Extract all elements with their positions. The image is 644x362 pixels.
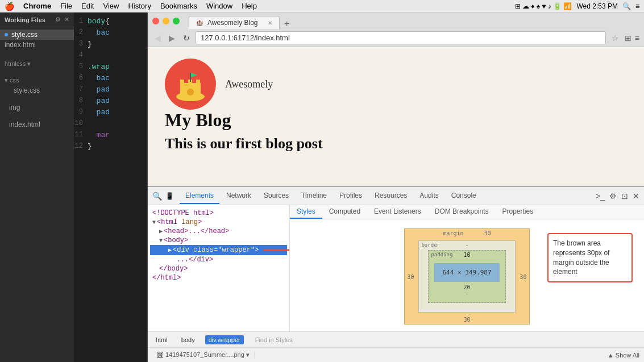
code-line-12: 12 } xyxy=(74,142,147,153)
styles-tabs: Styles Computed Event Listeners DOM Brea… xyxy=(290,205,644,219)
show-all-button[interactable]: ▲ Show All xyxy=(608,352,639,359)
devtools-dock-icon[interactable]: ⊡ xyxy=(621,192,628,201)
dom-line-div-close[interactable]: ...</div> xyxy=(150,255,287,264)
bottom-file-item[interactable]: 🖼 1419475107_Summer....png ▾ xyxy=(152,351,255,359)
code-editor[interactable]: 1 body{ 2 bac 3 } 4 5 .wrap 6 bac xyxy=(74,13,148,362)
sidebar-file-label2: index.html xyxy=(5,41,36,49)
menu-bar-right: ⊞ ☁ ♦ ♠ ♥ ♪ 🔋 📶 Wed 2:53 PM 🔍 ≡ xyxy=(515,2,639,10)
toolbar-icons: ⊞ ≡ xyxy=(625,34,639,43)
menu-item-file[interactable]: File xyxy=(60,2,72,10)
dom-line-html[interactable]: ▼ <html lang> xyxy=(150,218,287,227)
border-val: - xyxy=(465,242,468,248)
dom-doctype-text: <!DOCTYPE html> xyxy=(152,209,214,217)
dom-line-body[interactable]: ▼ <body> xyxy=(150,236,287,245)
menu-icon[interactable]: ≡ xyxy=(635,34,639,43)
back-button[interactable]: ◀ xyxy=(152,32,163,44)
code-line-9: 9 pad xyxy=(74,108,147,119)
devtools-settings-icon[interactable]: ⚙ xyxy=(609,192,617,201)
forward-button[interactable]: ▶ xyxy=(167,32,177,44)
box-model: margin 30 30 30 30 border - xyxy=(404,228,529,324)
tab-favicon: 🏰 xyxy=(196,20,203,26)
dom-panel[interactable]: <!DOCTYPE html> ▼ <html lang> ▶ <head>..… xyxy=(148,205,290,331)
menu-item-edit[interactable]: Edit xyxy=(81,2,94,10)
devtools-mobile-icon[interactable]: 📱 xyxy=(165,192,174,200)
dom-html-tag: <html lang> xyxy=(157,218,202,226)
styles-tab-styles[interactable]: Styles xyxy=(290,205,322,219)
devtools-console-icon[interactable]: >_ xyxy=(596,192,605,201)
sidebar-img-item[interactable]: img xyxy=(0,102,74,113)
sidebar-header: Working Files ⚙ ✕ xyxy=(0,13,74,27)
line-num-1: 1 xyxy=(74,17,88,28)
traffic-light-yellow[interactable] xyxy=(163,18,169,24)
sidebar-file-stylecss[interactable]: style.css xyxy=(0,30,74,40)
extensions-icon[interactable]: ⊞ xyxy=(625,34,631,43)
styles-tab-event[interactable]: Event Listeners xyxy=(367,205,428,219)
css-label: ▾ css xyxy=(5,77,19,84)
margin-top-val: 30 xyxy=(484,230,491,236)
dom-line-html-close[interactable]: </html> xyxy=(150,273,287,282)
sidebar-close-icon[interactable]: ✕ xyxy=(64,16,69,23)
menu-item-chrome[interactable]: Chrome xyxy=(23,2,51,10)
browser-toolbar: ◀ ▶ ↻ 127.0.0.1:61712/index.html ☆ ⊞ ≡ xyxy=(148,29,644,47)
dom-line-body-close[interactable]: </body> xyxy=(150,264,287,273)
menu-item-help[interactable]: Help xyxy=(242,2,257,10)
menu-search-icon[interactable]: 🔍 xyxy=(622,2,631,10)
svg-rect-5 xyxy=(187,89,194,95)
sidebar-stylecss-item[interactable]: style.css xyxy=(0,85,74,95)
devtools-tab-timeline[interactable]: Timeline xyxy=(296,188,333,204)
devtools-tab-console[interactable]: Console xyxy=(446,188,482,204)
sidebar-section-title-htmlcss[interactable]: htmlcss ▾ xyxy=(0,59,74,69)
code-line-4: 4 xyxy=(74,51,147,63)
find-in-styles[interactable]: Find in Styles xyxy=(251,336,639,343)
sidebar-section-title-css[interactable]: ▾ css xyxy=(0,76,74,85)
menu-item-history[interactable]: History xyxy=(128,2,151,10)
line-content-12: } xyxy=(88,142,92,153)
code-line-7: 7 pad xyxy=(74,85,147,97)
dom-line-doctype[interactable]: <!DOCTYPE html> xyxy=(150,209,287,218)
menu-hamburger-icon[interactable]: ≡ xyxy=(635,2,639,10)
new-tab-button[interactable]: + xyxy=(281,19,293,29)
breadcrumb-div-wrapper[interactable]: div.wrapper xyxy=(205,335,244,344)
breadcrumb-html[interactable]: html xyxy=(152,335,171,344)
margin-left-val: 30 xyxy=(407,273,414,280)
breadcrumb-body[interactable]: body xyxy=(178,335,198,344)
htmlcss-label: htmlcss ▾ xyxy=(5,60,31,68)
devtools-tab-network[interactable]: Network xyxy=(221,188,257,204)
devtools-search-icon[interactable]: 🔍 xyxy=(152,192,162,201)
sidebar-index-item[interactable]: index.html xyxy=(0,119,74,130)
styles-tab-computed[interactable]: Computed xyxy=(322,205,367,219)
styles-tab-dom-breakpoints[interactable]: DOM Breakpoints xyxy=(428,205,496,219)
dom-body-arrow: ▼ xyxy=(159,238,163,244)
menu-item-window[interactable]: Window xyxy=(206,2,232,10)
line-content-9: pad xyxy=(88,108,110,119)
file-icon: 🖼 xyxy=(157,352,163,359)
styles-tab-properties[interactable]: Properties xyxy=(495,205,540,219)
sidebar-settings-icon[interactable]: ⚙ xyxy=(55,16,61,23)
devtools-tab-profiles[interactable]: Profiles xyxy=(334,188,368,204)
browser-tab-awesomely[interactable]: 🏰 Awesomely Blog ✕ xyxy=(189,16,280,29)
margin-label-bottom: 30 xyxy=(463,317,470,323)
code-line-6: 6 bac xyxy=(74,74,147,85)
devtools-tab-resources[interactable]: Resources xyxy=(369,188,413,204)
traffic-light-red[interactable] xyxy=(152,18,159,24)
devtools-tab-sources[interactable]: Sources xyxy=(258,188,294,204)
blog-logo-wrapper: Awesomely xyxy=(165,59,627,110)
line-num-3: 3 xyxy=(74,40,88,51)
devtools-close-icon[interactable]: ✕ xyxy=(633,192,639,201)
dom-div-close-text: ...</div> xyxy=(168,256,213,264)
tab-close-btn[interactable]: ✕ xyxy=(268,20,272,26)
devtools-tab-audits[interactable]: Audits xyxy=(414,188,444,204)
devtools-tab-elements[interactable]: Elements xyxy=(180,188,219,204)
code-line-8: 8 pad xyxy=(74,97,147,108)
apple-icon: 🍎 xyxy=(5,2,14,11)
traffic-light-green[interactable] xyxy=(173,18,180,24)
bookmark-button[interactable]: ☆ xyxy=(612,34,619,43)
refresh-button[interactable]: ↻ xyxy=(181,32,192,44)
dom-line-div-wrapper[interactable]: ▶ <div class="wrapper"> xyxy=(150,245,287,255)
address-bar[interactable]: 127.0.0.1:61712/index.html xyxy=(196,31,606,44)
menu-item-bookmarks[interactable]: Bookmarks xyxy=(160,2,197,10)
menu-item-view[interactable]: View xyxy=(103,2,119,10)
dom-line-head[interactable]: ▶ <head>...</head> xyxy=(150,227,287,236)
sidebar-header-icons: ⚙ ✕ xyxy=(55,16,69,23)
sidebar-file-indexhtml[interactable]: index.html xyxy=(0,40,74,50)
